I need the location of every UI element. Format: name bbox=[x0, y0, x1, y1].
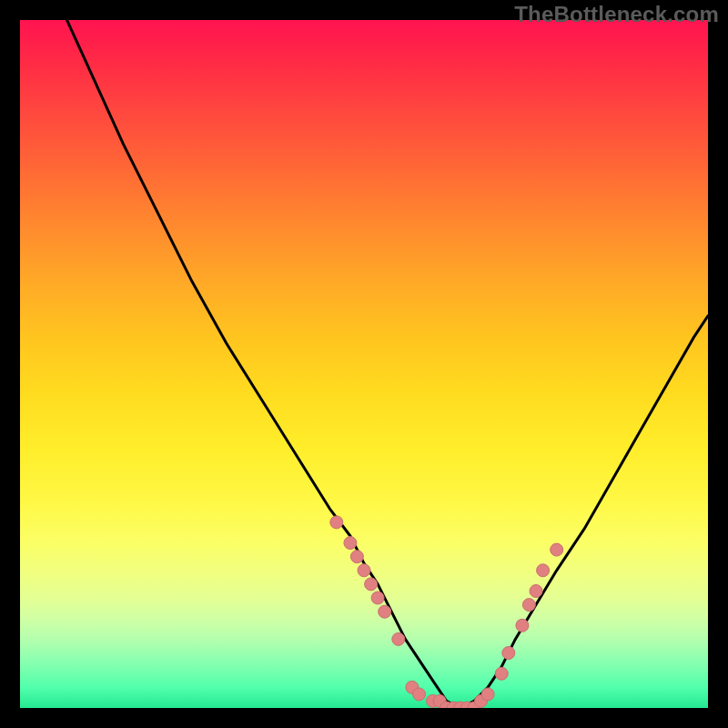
curve-layer bbox=[20, 20, 708, 708]
data-marker bbox=[379, 605, 391, 618]
data-marker bbox=[522, 599, 535, 612]
plot-area bbox=[20, 20, 708, 708]
data-marker bbox=[350, 551, 363, 563]
data-marker bbox=[413, 688, 426, 701]
data-marker bbox=[371, 592, 384, 604]
data-marker bbox=[330, 516, 343, 529]
data-marker bbox=[516, 619, 529, 632]
bottleneck-curve bbox=[20, 20, 708, 708]
data-marker bbox=[530, 585, 542, 598]
data-marker bbox=[495, 667, 508, 680]
bottleneck-curve-path bbox=[20, 20, 708, 708]
data-marker bbox=[392, 632, 405, 645]
marker-group bbox=[330, 516, 563, 708]
data-marker bbox=[344, 537, 357, 550]
data-marker bbox=[365, 578, 378, 591]
data-marker bbox=[551, 543, 563, 556]
data-marker bbox=[358, 564, 370, 577]
chart-frame: TheBottleneck.com bbox=[0, 0, 728, 728]
watermark-text: TheBottleneck.com bbox=[514, 2, 719, 27]
data-marker bbox=[537, 564, 550, 577]
data-marker bbox=[502, 647, 515, 660]
data-marker bbox=[481, 688, 494, 701]
